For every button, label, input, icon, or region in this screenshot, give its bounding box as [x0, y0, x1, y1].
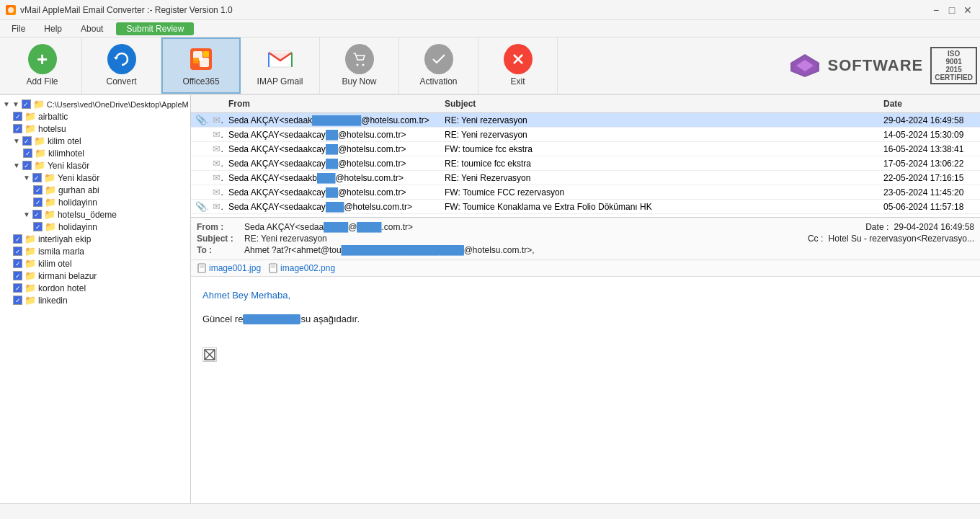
- email-list[interactable]: From Subject Date 📎 ✉ Seda AKÇAY<sedaak█…: [191, 95, 980, 218]
- root-checkbox[interactable]: ✓: [22, 99, 31, 109]
- list-item[interactable]: ▼ ✓ 📁 kilim otel: [10, 135, 190, 147]
- exit-button[interactable]: Exit: [478, 37, 558, 94]
- submit-review-button[interactable]: Submit Review: [116, 22, 194, 35]
- maximize-button[interactable]: □: [945, 4, 958, 17]
- header-subject: Subject: [440, 97, 879, 110]
- svg-marker-1: [114, 57, 118, 60]
- activation-button[interactable]: Activation: [399, 37, 478, 94]
- menu-bar: File Help About Submit Review: [0, 20, 980, 37]
- preview-greeting: Ahmet Bey Merhaba,: [202, 288, 968, 303]
- table-row[interactable]: ✉ Seda AKÇAY<sedaakcay██@hotelsu.com.tr>…: [191, 156, 980, 171]
- from-value: Seda AKÇAY<sedaa████@████.com.tr>: [244, 222, 413, 232]
- preview-cc: Cc : Hotel Su - rezervasyon<Rezervasyo..…: [808, 234, 974, 244]
- list-item[interactable]: ✓ 📁 holidayinn: [30, 221, 190, 233]
- convert-button[interactable]: Convert: [82, 37, 161, 94]
- svg-rect-18: [270, 264, 277, 272]
- table-row[interactable]: 📎 ✉ Seda AKÇAY<sedaakcay███@hotelsu.com.…: [191, 200, 980, 214]
- svg-point-8: [356, 64, 358, 66]
- list-item[interactable]: ✓ 📁 kordon hotel: [10, 282, 190, 294]
- svg-rect-4: [200, 58, 209, 67]
- list-item[interactable]: ✓ 📁 gurhan abi: [30, 184, 190, 196]
- to-label: To :: [197, 245, 240, 255]
- attachment-item[interactable]: image002.png: [268, 263, 335, 273]
- imap-gmail-icon: [266, 45, 295, 74]
- exit-label: Exit: [510, 76, 525, 86]
- office365-button[interactable]: Office365: [161, 37, 241, 94]
- list-item[interactable]: ✓ 📁 airbaltic: [10, 110, 190, 123]
- buy-now-button[interactable]: Buy Now: [320, 37, 399, 94]
- table-row[interactable]: ✉ Seda AKÇAY<sedaakcay██@hotelsu.com.tr>…: [191, 128, 980, 142]
- table-row[interactable]: 📎 ✉ Seda AKÇAY<sedaak████████@hotelsu.co…: [191, 113, 980, 128]
- title-bar: vMail AppleMail Email Converter :- Regis…: [0, 0, 980, 20]
- table-row[interactable]: ✉ Seda AKÇAY<sedaakb███@hotelsu.com.tr> …: [191, 171, 980, 185]
- date-label: Date :: [865, 222, 888, 232]
- buy-now-label: Buy Now: [342, 76, 376, 86]
- subject-cell: RE: Yeni rezervasyon: [440, 114, 879, 127]
- header-icon: [208, 97, 224, 110]
- add-file-icon: +: [28, 45, 57, 74]
- preview-header: From : Seda AKÇAY<sedaa████@████.com.tr>…: [191, 218, 980, 260]
- menu-about[interactable]: About: [72, 22, 112, 35]
- mail-icon-cell: ✉: [208, 113, 224, 127]
- list-item[interactable]: ✓ 📁 kirmani belazur: [10, 270, 190, 282]
- close-button[interactable]: ✕: [961, 4, 974, 17]
- to-value: Ahmet ?at?r<ahmet@tou███████████████████…: [244, 245, 535, 255]
- title-bar-left: vMail AppleMail Email Converter :- Regis…: [6, 5, 233, 15]
- preview-inline-image: [202, 339, 968, 365]
- svg-point-0: [8, 7, 14, 13]
- iso-badge: ISO90012015CERTIFIED: [930, 47, 977, 84]
- table-row[interactable]: ✉ Seda AKÇAY<sedaakcay██@hotelsu.com.tr>…: [191, 142, 980, 156]
- list-item[interactable]: ✓ 📁 ismila marla: [10, 245, 190, 257]
- list-item[interactable]: ✓ 📁 interliyah ekip: [10, 233, 190, 245]
- attachment-item[interactable]: image001.jpg: [197, 263, 261, 273]
- activation-icon: [424, 45, 453, 74]
- app-icon: [6, 5, 16, 15]
- preview-date: Date : 29-04-2024 16:49:58: [865, 222, 974, 232]
- svg-rect-5: [193, 58, 199, 63]
- office365-label: Office365: [182, 76, 219, 86]
- list-item[interactable]: ✓ 📁 kilim otel: [10, 257, 190, 270]
- office365-icon: [187, 45, 215, 74]
- convert-icon: [107, 45, 136, 74]
- root-path-label: C:\Users\ved\OneDrive\Desktop\AppleM: [47, 100, 189, 109]
- buy-now-icon: [345, 45, 374, 74]
- list-item[interactable]: ▼ ✓ 📁 hotelsu_ödeme: [20, 208, 190, 221]
- list-item[interactable]: ✓ 📁 holidayinn: [30, 196, 190, 208]
- menu-help[interactable]: Help: [35, 22, 71, 35]
- header-date: Date: [879, 97, 980, 110]
- software-logo: SOFTWARE ISO90012015CERTIFIED: [789, 47, 977, 84]
- list-item[interactable]: ✓ 📁 kilimhotel: [20, 147, 190, 159]
- preview-from-row: From : Seda AKÇAY<sedaa████@████.com.tr>…: [197, 222, 974, 232]
- add-file-button[interactable]: + Add File: [3, 37, 82, 94]
- logo-text: SOFTWARE: [828, 56, 924, 75]
- date-cell: 29-04-2024 16:49:58: [879, 114, 980, 127]
- imap-gmail-button[interactable]: IMAP Gmail: [241, 37, 320, 94]
- email-panel: From Subject Date 📎 ✉ Seda AKÇAY<sedaak█…: [191, 95, 980, 503]
- list-item[interactable]: ✓ 📁 linkedin: [10, 294, 190, 306]
- list-item[interactable]: ▼ ✓ 📁 Yeni klasör: [20, 172, 190, 184]
- preview-body: Ahmet Bey Merhaba, Güncel resu aşağıdadı…: [191, 277, 980, 376]
- toolbar: + Add File Convert Office365: [0, 37, 980, 95]
- list-item[interactable]: ✓ 📁 hotelsu: [10, 123, 190, 135]
- header-from: From: [224, 97, 440, 110]
- cc-label: Cc :: [808, 234, 823, 244]
- list-item[interactable]: ▼ ✓ 📁 Yeni klasör: [10, 159, 190, 172]
- imap-gmail-label: IMAP Gmail: [257, 76, 303, 86]
- tree-root[interactable]: ▼ ▼ ✓ 📁 C:\Users\ved\OneDrive\Desktop\Ap…: [0, 98, 190, 110]
- minimize-button[interactable]: −: [930, 4, 943, 17]
- table-row[interactable]: ✉ Seda AKÇAY<sedaakcay██@hotelsu.com.tr>…: [191, 185, 980, 200]
- menu-file[interactable]: File: [3, 22, 34, 35]
- attachments-bar: image001.jpg image002.png: [191, 260, 980, 277]
- preview-body-text: Güncel resu aşağıdadır.: [202, 312, 968, 327]
- preview-to-row: To : Ahmet ?at?r<ahmet@tou██████████████…: [197, 245, 974, 255]
- subject-value: RE: Yeni rezervasyon: [244, 234, 327, 244]
- convert-label: Convert: [106, 76, 136, 86]
- window-title: vMail AppleMail Email Converter :- Regis…: [20, 5, 233, 15]
- status-bar: [0, 503, 980, 519]
- folder-panel[interactable]: ▼ ▼ ✓ 📁 C:\Users\ved\OneDrive\Desktop\Ap…: [0, 95, 191, 503]
- cc-value: Hotel Su - rezervasyon<Rezervasyo...: [829, 234, 974, 244]
- preview-subject-row: Subject : RE: Yeni rezervasyon Cc : Hote…: [197, 234, 974, 244]
- header-attach: [191, 97, 208, 110]
- subject-label: Subject :: [197, 234, 240, 244]
- attach-cell: 📎: [191, 113, 208, 127]
